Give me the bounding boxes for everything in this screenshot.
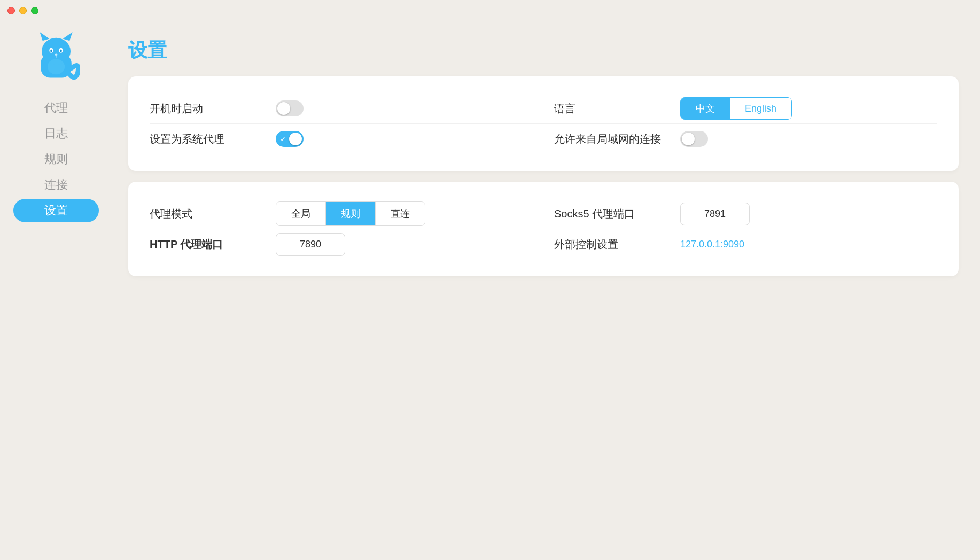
lan-setting-group: 允许来自局域网的连接 [533, 131, 937, 147]
sidebar-item-label: 连接 [44, 177, 68, 193]
svg-marker-3 [63, 32, 73, 41]
socks5-port-input[interactable] [680, 203, 750, 225]
main-content: 设置 开机时启动 语言 中文 [112, 21, 980, 560]
titlebar [0, 0, 980, 21]
svg-point-8 [55, 54, 57, 56]
settings-row-mode-socks: 代理模式 全局 规则 直连 Socks5 代理端口 [150, 199, 937, 229]
proxy-mode-label: 代理模式 [150, 207, 267, 221]
sidebar-item-proxy[interactable]: 代理 [13, 96, 99, 120]
boot-toggle[interactable] [276, 100, 304, 116]
minimize-button[interactable] [19, 7, 27, 14]
ext-control-setting-group: 外部控制设置 127.0.0.1:9090 [533, 237, 937, 252]
sys-proxy-setting-group: 设置为系统代理 ✓ [150, 131, 533, 147]
sidebar-item-connections[interactable]: 连接 [13, 173, 99, 197]
settings-row-boot-lang: 开机时启动 语言 中文 English [150, 94, 937, 123]
maximize-button[interactable] [31, 7, 38, 14]
socks5-port-setting-group: Socks5 代理端口 [533, 203, 937, 225]
lan-label: 允许来自局域网的连接 [554, 132, 672, 146]
general-settings-card: 开机时启动 语言 中文 English [128, 76, 959, 171]
boot-toggle-thumb [277, 102, 290, 115]
http-port-label: HTTP 代理端口 [150, 237, 267, 252]
settings-row-proxy-lan: 设置为系统代理 ✓ 允许来自局域网的连接 [150, 124, 937, 154]
http-port-setting-group: HTTP 代理端口 [150, 233, 533, 256]
boot-setting-group: 开机时启动 [150, 100, 533, 116]
svg-point-10 [48, 59, 65, 74]
sidebar-nav: 代理 日志 规则 连接 设置 [0, 96, 112, 560]
ext-control-link[interactable]: 127.0.0.1:9090 [680, 239, 744, 250]
sidebar-item-log[interactable]: 日志 [13, 122, 99, 145]
mode-rules-button[interactable]: 规则 [326, 202, 376, 225]
app-container: 代理 日志 规则 连接 设置 设置 开机时启动 [0, 21, 980, 560]
close-button[interactable] [7, 7, 15, 14]
port-settings-card: 代理模式 全局 规则 直连 Socks5 代理端口 [128, 182, 959, 276]
sidebar: 代理 日志 规则 连接 设置 [0, 21, 112, 560]
lang-en-button[interactable]: English [730, 98, 791, 119]
toggle-check-icon: ✓ [280, 135, 286, 143]
sidebar-item-rules[interactable]: 规则 [13, 147, 99, 171]
mode-direct-button[interactable]: 直连 [376, 202, 425, 225]
lang-zh-button[interactable]: 中文 [681, 98, 730, 119]
sys-proxy-toggle-thumb [289, 133, 302, 145]
page-title: 设置 [128, 37, 959, 64]
settings-row-http-ext: HTTP 代理端口 外部控制设置 127.0.0.1:9090 [150, 229, 937, 259]
mode-global-button[interactable]: 全局 [276, 202, 326, 225]
sidebar-item-label: 日志 [44, 126, 68, 142]
ext-control-label: 外部控制设置 [554, 237, 672, 252]
sidebar-item-label: 代理 [44, 100, 68, 116]
lan-toggle[interactable] [680, 131, 708, 147]
sidebar-item-settings[interactable]: 设置 [13, 199, 99, 222]
socks5-port-label: Socks5 代理端口 [554, 207, 672, 221]
app-logo [32, 32, 80, 80]
svg-marker-2 [40, 32, 49, 41]
lang-label: 语言 [554, 102, 672, 116]
http-port-input[interactable] [276, 233, 345, 256]
sidebar-item-label: 规则 [44, 151, 68, 167]
lang-setting-group: 语言 中文 English [533, 97, 937, 120]
boot-label: 开机时启动 [150, 102, 267, 116]
sidebar-item-label: 设置 [44, 203, 68, 219]
svg-point-6 [50, 49, 52, 52]
svg-point-7 [60, 49, 62, 52]
lan-toggle-thumb [682, 133, 695, 145]
sys-proxy-toggle[interactable]: ✓ [276, 131, 304, 147]
proxy-mode-group: 全局 规则 直连 [276, 201, 425, 226]
lang-switcher: 中文 English [680, 97, 792, 120]
proxy-mode-setting-group: 代理模式 全局 规则 直连 [150, 201, 533, 226]
sys-proxy-label: 设置为系统代理 [150, 132, 267, 146]
